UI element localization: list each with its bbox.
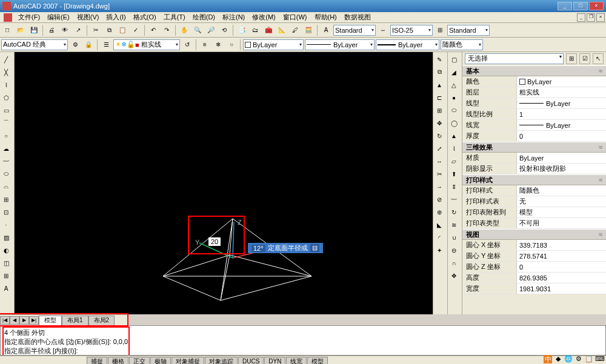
- props-row[interactable]: 宽度1981.9031: [462, 283, 606, 294]
- erase-tool[interactable]: ✎: [433, 53, 445, 65]
- tp-button[interactable]: 🧰: [262, 24, 275, 36]
- rotate-tool[interactable]: ↻: [433, 130, 445, 142]
- xline-tool[interactable]: ╳: [0, 66, 12, 78]
- tab-prev-button[interactable]: ◀: [10, 316, 19, 325]
- ssm-button[interactable]: 📐: [276, 24, 288, 36]
- calc-button[interactable]: 🧮: [302, 24, 315, 36]
- props-value[interactable]: ByLayer: [517, 76, 606, 87]
- linetype-combo[interactable]: ByLayer: [305, 39, 375, 50]
- props-row[interactable]: 打印表类型不可用: [462, 218, 606, 229]
- sweep-tool[interactable]: 〰: [448, 193, 460, 205]
- status-ortho[interactable]: 正交: [129, 357, 150, 364]
- props-value[interactable]: 粗实线: [517, 87, 606, 98]
- menu-dataview[interactable]: 数据视图: [341, 13, 375, 22]
- status-otrack[interactable]: 对象追踪: [205, 357, 238, 364]
- zoom-button[interactable]: 🔍: [191, 24, 204, 36]
- status-grid[interactable]: 栅格: [108, 357, 128, 364]
- menu-window[interactable]: 窗口(W): [279, 13, 311, 22]
- props-group-basic[interactable]: 基本: [462, 65, 606, 76]
- plotcolor-combo[interactable]: 随颜色: [441, 39, 483, 50]
- minimize-button[interactable]: _: [558, 2, 572, 10]
- status-osnap[interactable]: 对象捕捉: [171, 357, 204, 364]
- status-model[interactable]: 模型: [307, 357, 328, 364]
- sphere-tool[interactable]: ●: [448, 91, 460, 104]
- status-lwt[interactable]: 线宽: [286, 357, 307, 364]
- arc-tool[interactable]: ⌒: [0, 117, 12, 129]
- dimstyle-icon[interactable]: ↔: [377, 24, 389, 36]
- publish-button[interactable]: ↗: [72, 24, 84, 36]
- props-row[interactable]: 颜色ByLayer: [462, 76, 606, 87]
- cut-button[interactable]: ✂: [90, 24, 102, 36]
- layer-iso-button[interactable]: ≡: [199, 39, 211, 51]
- layer-freeze-button[interactable]: ❄: [212, 39, 224, 51]
- props-value[interactable]: 0: [517, 262, 606, 272]
- props-row[interactable]: 打印样式随颜色: [462, 185, 606, 196]
- props-value[interactable]: ByLayer: [517, 153, 606, 163]
- planar-tool[interactable]: ▱: [448, 155, 460, 167]
- menu-dim[interactable]: 标注(N): [219, 13, 248, 22]
- dimstyle-combo[interactable]: ISO-25: [390, 25, 433, 36]
- menu-insert[interactable]: 插入(I): [102, 13, 129, 22]
- props-value[interactable]: ByLayer: [517, 98, 606, 108]
- open-button[interactable]: 📂: [15, 24, 27, 36]
- markup-button[interactable]: 🖊: [289, 24, 301, 36]
- props-row[interactable]: 圆心 X 坐标339.7183: [462, 240, 606, 251]
- union-tool[interactable]: ∪: [448, 231, 460, 243]
- 3dmove-tool[interactable]: ✥: [448, 270, 460, 282]
- presspull-tool[interactable]: ⇕: [448, 180, 460, 193]
- status-ducs[interactable]: DUCS: [238, 357, 264, 364]
- spline-tool[interactable]: 〰: [0, 155, 12, 167]
- paste-button[interactable]: 📋: [116, 24, 128, 36]
- cylinder-tool[interactable]: ⬭: [448, 104, 460, 116]
- textstyle-combo[interactable]: Standard: [333, 25, 376, 36]
- ellipse-arc-tool[interactable]: ⌓: [0, 180, 12, 193]
- polygon-tool[interactable]: ⬠: [0, 91, 12, 104]
- hatch-tool[interactable]: ▨: [0, 231, 12, 243]
- menu-modify[interactable]: 修改(M): [248, 13, 279, 22]
- zoom-prev-button[interactable]: ⟲: [218, 24, 230, 36]
- props-value[interactable]: 278.5741: [517, 251, 606, 261]
- props-row[interactable]: 材质ByLayer: [462, 153, 606, 164]
- join-tool[interactable]: ⊕: [433, 206, 445, 218]
- wedge-tool[interactable]: ◢: [448, 66, 460, 78]
- props-value[interactable]: 1981.9031: [517, 283, 606, 294]
- props-value[interactable]: 339.7183: [517, 240, 606, 250]
- props-row[interactable]: 阴影显示投射和接收阴影: [462, 164, 606, 174]
- block-tool[interactable]: ⊞: [0, 193, 12, 205]
- textstyle-icon[interactable]: A: [320, 24, 332, 36]
- status-dyn[interactable]: DYN: [264, 357, 285, 364]
- tab-next-button[interactable]: ▶: [19, 316, 29, 325]
- props-value[interactable]: 不可用: [517, 218, 606, 228]
- props-row[interactable]: 高度826.9385: [462, 273, 606, 283]
- lineweight-combo[interactable]: ByLayer: [376, 39, 439, 50]
- layer-prev-button[interactable]: ↺: [181, 39, 193, 51]
- revcloud-tool[interactable]: ☁: [0, 142, 12, 154]
- ws-settings-button[interactable]: ⚙: [69, 39, 81, 51]
- mtext-tool[interactable]: A: [0, 282, 12, 294]
- redo-button[interactable]: ↷: [161, 24, 173, 36]
- make-block-tool[interactable]: ⊡: [0, 206, 12, 218]
- offset-tool[interactable]: ⊏: [433, 91, 445, 104]
- point-tool[interactable]: ·: [0, 219, 12, 231]
- box-tool[interactable]: ▢: [448, 53, 460, 65]
- props-row[interactable]: 线宽ByLayer: [462, 120, 606, 131]
- revolve-tool[interactable]: ↻: [448, 206, 460, 218]
- scale-tool[interactable]: ⤢: [433, 142, 445, 154]
- stretch-tool[interactable]: ↔: [433, 155, 445, 167]
- menu-edit[interactable]: 编辑(E): [44, 13, 73, 22]
- save-button[interactable]: 💾: [28, 24, 40, 36]
- match-button[interactable]: ✓: [130, 24, 142, 36]
- close-button[interactable]: ×: [589, 2, 604, 10]
- workspace-combo[interactable]: AutoCAD 经典: [1, 39, 68, 50]
- gradient-tool[interactable]: ◐: [0, 244, 12, 256]
- move-tool[interactable]: ✥: [433, 117, 445, 129]
- props-value[interactable]: ByLayer: [517, 120, 606, 130]
- menu-format[interactable]: 格式(O): [130, 13, 160, 22]
- props-row[interactable]: 线型比例1: [462, 109, 606, 120]
- ws-lock-button[interactable]: 🔒: [82, 39, 95, 51]
- break-tool[interactable]: ⊘: [433, 193, 445, 205]
- props-quickselect-button[interactable]: ⊞: [566, 53, 577, 64]
- props-row[interactable]: 打印表附着到模型: [462, 207, 606, 218]
- extend-tool[interactable]: →: [433, 180, 445, 193]
- ime-icon[interactable]: 中: [544, 355, 552, 363]
